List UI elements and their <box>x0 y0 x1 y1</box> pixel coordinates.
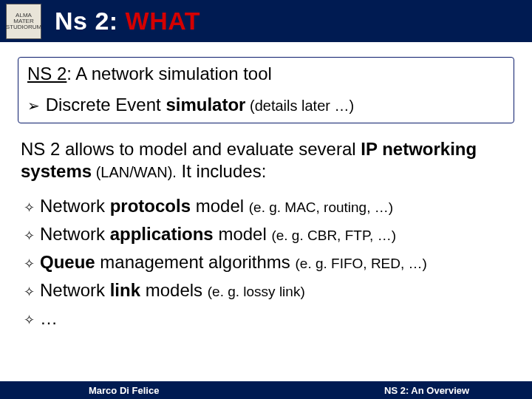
feature-list: ✧Network protocols model (e. g. MAC, rou… <box>18 196 514 329</box>
arrow-icon: ➢ <box>27 97 41 115</box>
box-subtitle: NS 2: A network simulation tool <box>26 64 506 84</box>
list-item-text: Network protocols model (e. g. MAC, rout… <box>40 196 393 216</box>
diamond-icon: ✧ <box>24 200 40 216</box>
seal-text: ALMA MATER STUDIORUM <box>6 13 41 30</box>
footer-right: NS 2: An Overview <box>355 385 532 396</box>
item-text-b: protocols <box>110 196 191 216</box>
title-part1: Ns 2: <box>55 7 126 35</box>
item-text-example: (e. g. lossy link) <box>208 284 305 299</box>
list-item-text: … <box>40 308 58 329</box>
footer-bar: Marco Di Felice NS 2: An Overview <box>0 381 532 399</box>
slide: ALMA MATER STUDIORUM Ns 2: WHAT NS 2: A … <box>0 0 532 399</box>
bullet-text-c: (details later …) <box>245 98 354 114</box>
list-item: ✧… <box>24 308 514 329</box>
list-item-text: Network applications model (e. g. CBR, F… <box>40 224 396 245</box>
intro-paragraph: NS 2 allows to model and evaluate severa… <box>18 138 514 183</box>
item-text-example: (e. g. CBR, FTP, …) <box>271 228 396 243</box>
list-item-text: Queue management algorithms (e. g. FIFO,… <box>40 252 427 273</box>
item-text-example: (e. g. MAC, routing, …) <box>249 200 393 215</box>
footer-author: Marco Di Felice <box>0 385 355 396</box>
list-item: ✧Network link models (e. g. lossy link) <box>24 280 514 301</box>
box-bullet-line: ➢ Discrete Event simulator (details late… <box>26 95 506 115</box>
list-item: ✧Queue management algorithms (e. g. FIFO… <box>24 252 514 273</box>
item-text-c: management algorithms <box>95 252 296 272</box>
diamond-icon: ✧ <box>24 284 40 300</box>
para-c: (LAN/WAN). <box>92 164 177 180</box>
list-item: ✧Network applications model (e. g. CBR, … <box>24 224 514 245</box>
item-text-b: applications <box>110 224 214 244</box>
item-text-c: model <box>191 196 249 216</box>
item-text-a: … <box>40 308 58 328</box>
content-area: NS 2: A network simulation tool ➢ Discre… <box>0 42 532 329</box>
subtitle-rest: : A network simulation tool <box>66 64 271 83</box>
diamond-icon: ✧ <box>24 228 40 244</box>
bullet-text-b: simulator <box>166 95 245 115</box>
diamond-icon: ✧ <box>24 256 40 272</box>
bullet-text-a: Discrete Event <box>46 95 166 115</box>
subtitle-underline: NS 2 <box>27 64 66 83</box>
list-item: ✧Network protocols model (e. g. MAC, rou… <box>24 196 514 216</box>
para-d: It includes: <box>177 161 266 181</box>
definition-box: NS 2: A network simulation tool ➢ Discre… <box>18 57 514 123</box>
university-seal-icon: ALMA MATER STUDIORUM <box>6 4 41 39</box>
para-a: NS 2 allows to model and evaluate severa… <box>21 139 361 159</box>
list-item-text: Network link models (e. g. lossy link) <box>40 280 305 301</box>
title-part2: WHAT <box>126 7 200 35</box>
item-text-a: Network <box>40 224 110 244</box>
item-text-example: (e. g. FIFO, RED, …) <box>295 256 426 271</box>
slide-title: Ns 2: WHAT <box>55 7 200 35</box>
item-text-b: Queue <box>40 252 95 272</box>
item-text-c: model <box>214 224 272 244</box>
diamond-icon: ✧ <box>24 312 40 328</box>
item-text-a: Network <box>40 196 110 216</box>
item-text-c: models <box>140 280 208 300</box>
item-text-a: Network <box>40 280 110 300</box>
title-bar: ALMA MATER STUDIORUM Ns 2: WHAT <box>0 0 532 42</box>
item-text-b: link <box>110 280 140 300</box>
